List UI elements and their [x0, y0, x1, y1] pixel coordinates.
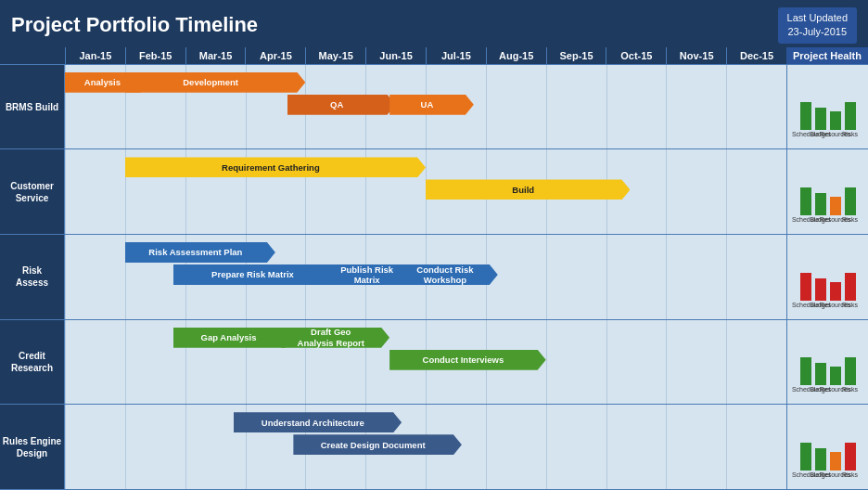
month-label: Oct-15 [606, 47, 666, 64]
header: Project Portfolio Timeline Last Updated … [0, 0, 868, 47]
month-label: Aug-15 [486, 47, 546, 64]
row-label: Rules EngineDesign [0, 405, 65, 489]
health-bar: Risks [844, 102, 857, 137]
month-label: Jul-15 [426, 47, 486, 64]
timeline-bar: Prepare Risk Matrix [173, 264, 342, 285]
timeline-bar: Conduct RiskWorkshop [402, 264, 498, 285]
row-content: Gap AnalysisDraft GeoAnalysis ReportCond… [65, 320, 786, 405]
timeline-bar: Gap Analysis [173, 328, 294, 348]
month-label: Jun-15 [365, 47, 426, 64]
month-label: Jan-15 [65, 47, 125, 64]
months-row: Jan-15Feb-15Mar-15Apr-15May-15Jun-15Jul-… [0, 47, 868, 65]
last-updated: Last Updated 23-July-2015 [778, 7, 857, 44]
row-label-text: Rules EngineDesign [3, 435, 61, 459]
month-label: Apr-15 [245, 47, 305, 64]
project-row: RiskAssessRisk Assessment PlanPrepare Ri… [0, 235, 868, 320]
project-row: CustomerServiceRequirement GatheringBuil… [0, 149, 868, 235]
row-content: Understand ArchitectureCreate Design Doc… [65, 405, 786, 489]
project-row: CreditResearchGap AnalysisDraft GeoAnaly… [0, 320, 868, 406]
project-row: Rules EngineDesignUnderstand Architectur… [0, 405, 868, 490]
timeline-area: BRMS BuildAnalysisDevelopmentQAUASchedul… [0, 65, 868, 490]
timeline-main: BRMS BuildAnalysisDevelopmentQAUASchedul… [0, 65, 868, 490]
row-health: ScheduleBudgetResourcesRisks [786, 65, 868, 149]
timeline-bar: Development [125, 72, 306, 93]
month-label: Nov-15 [666, 47, 726, 64]
main-container: Project Portfolio Timeline Last Updated … [0, 0, 868, 490]
row-label: CustomerService [0, 149, 65, 234]
timeline-bar: Publish RiskMatrix [329, 264, 414, 285]
timeline-bar: Build [426, 179, 630, 200]
health-bar: Risks [844, 187, 857, 223]
health-bar: Resources [829, 452, 842, 478]
timeline-bar: Requirement Gathering [125, 157, 426, 177]
health-bar: Resources [829, 197, 842, 223]
month-label: Feb-15 [125, 47, 185, 64]
health-bar: Resources [829, 282, 842, 308]
row-label: CreditResearch [0, 320, 65, 405]
row-health: ScheduleBudgetResourcesRisks [786, 235, 868, 319]
month-label: May-15 [305, 47, 365, 64]
row-label: RiskAssess [0, 235, 65, 319]
timeline-bar: UA [389, 95, 474, 115]
row-label: BRMS Build [0, 65, 65, 149]
row-content: AnalysisDevelopmentQAUA [65, 65, 786, 149]
health-bar: Resources [829, 367, 842, 393]
row-content: Requirement GatheringBuild [65, 149, 786, 234]
month-label: Dec-15 [726, 47, 786, 64]
row-label-text: CreditResearch [11, 350, 53, 374]
month-label: Sep-15 [546, 47, 606, 64]
timeline-bar: Conduct Interviews [389, 350, 546, 370]
health-bar: Resources [829, 111, 842, 137]
timeline-bar: Create Design Document [293, 434, 462, 455]
month-label: Mar-15 [185, 47, 246, 64]
timeline-bar: QA [287, 95, 396, 115]
timeline-bar: Understand Architecture [234, 412, 402, 432]
project-health-header: Project Health [786, 47, 868, 64]
project-row: BRMS BuildAnalysisDevelopmentQAUASchedul… [0, 65, 868, 150]
health-bar: Risks [844, 273, 857, 308]
row-label-text: CustomerService [10, 180, 54, 204]
row-health: ScheduleBudgetResourcesRisks [786, 405, 868, 489]
row-label-text: RiskAssess [16, 264, 48, 289]
row-health: ScheduleBudgetResourcesRisks [786, 149, 868, 234]
row-content: Risk Assessment PlanPrepare Risk MatrixP… [65, 235, 786, 319]
page-title: Project Portfolio Timeline [11, 13, 778, 37]
row-health: ScheduleBudgetResourcesRisks [786, 320, 868, 405]
timeline-bar: Risk Assessment Plan [125, 242, 275, 263]
health-bar: Risks [844, 443, 857, 478]
timeline-bar: Draft GeoAnalysis Report [281, 328, 389, 348]
health-bar: Risks [844, 357, 857, 393]
row-label-text: BRMS Build [6, 101, 58, 113]
